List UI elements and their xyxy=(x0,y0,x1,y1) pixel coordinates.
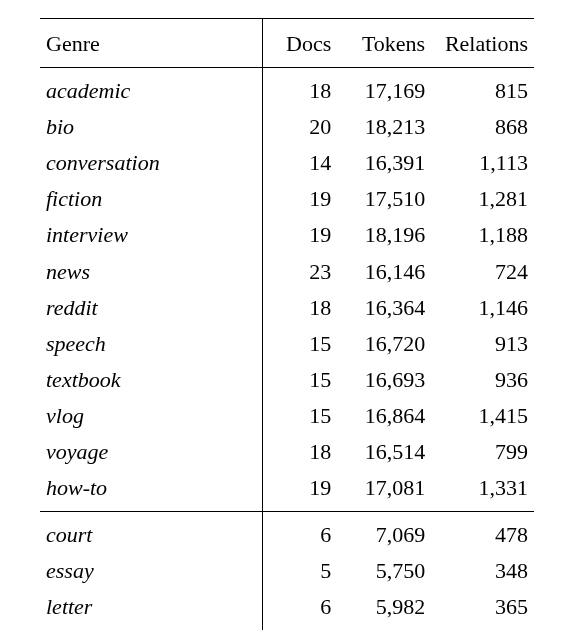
cell-relations: 913 xyxy=(435,326,534,362)
table-row: interview 19 18,196 1,188 xyxy=(40,217,534,253)
header-genre: Genre xyxy=(40,19,262,68)
cell-genre: interview xyxy=(40,217,262,253)
cell-relations: 815 xyxy=(435,68,534,110)
cell-docs: 19 xyxy=(262,470,341,512)
cell-genre: essay xyxy=(40,553,262,589)
cell-relations: 1,281 xyxy=(435,181,534,217)
cell-genre: fiction xyxy=(40,181,262,217)
header-tokens: Tokens xyxy=(341,19,435,68)
cell-tokens: 17,510 xyxy=(341,181,435,217)
cell-docs: 14 xyxy=(262,145,341,181)
cell-genre: letter xyxy=(40,589,262,625)
cell-genre: vlog xyxy=(40,398,262,434)
cell-genre: speech xyxy=(40,326,262,362)
cell-tokens: 18,196 xyxy=(341,217,435,253)
cell-docs: 23 xyxy=(262,254,341,290)
cell-docs: 20 xyxy=(262,109,341,145)
cell-genre: reddit xyxy=(40,290,262,326)
table-row: podcast 5 5,737 359 xyxy=(40,626,534,631)
cell-relations: 359 xyxy=(435,626,534,631)
cell-relations: 1,331 xyxy=(435,470,534,512)
cell-relations: 936 xyxy=(435,362,534,398)
cell-relations: 1,415 xyxy=(435,398,534,434)
cell-docs: 18 xyxy=(262,434,341,470)
cell-docs: 19 xyxy=(262,217,341,253)
cell-tokens: 18,213 xyxy=(341,109,435,145)
cell-tokens: 16,693 xyxy=(341,362,435,398)
table-row: reddit 18 16,364 1,146 xyxy=(40,290,534,326)
cell-relations: 478 xyxy=(435,512,534,554)
cell-tokens: 7,069 xyxy=(341,512,435,554)
cell-docs: 6 xyxy=(262,589,341,625)
table-row: how-to 19 17,081 1,331 xyxy=(40,470,534,512)
cell-genre: how-to xyxy=(40,470,262,512)
table-row: speech 15 16,720 913 xyxy=(40,326,534,362)
cell-tokens: 17,169 xyxy=(341,68,435,110)
cell-tokens: 16,514 xyxy=(341,434,435,470)
table-header-row: Genre Docs Tokens Relations xyxy=(40,19,534,68)
table-row: fiction 19 17,510 1,281 xyxy=(40,181,534,217)
cell-relations: 868 xyxy=(435,109,534,145)
cell-relations: 724 xyxy=(435,254,534,290)
cell-genre: voyage xyxy=(40,434,262,470)
cell-relations: 1,146 xyxy=(435,290,534,326)
header-relations: Relations xyxy=(435,19,534,68)
table-row: vlog 15 16,864 1,415 xyxy=(40,398,534,434)
table-row: textbook 15 16,693 936 xyxy=(40,362,534,398)
cell-docs: 6 xyxy=(262,512,341,554)
cell-tokens: 16,720 xyxy=(341,326,435,362)
table-row: voyage 18 16,514 799 xyxy=(40,434,534,470)
cell-genre: bio xyxy=(40,109,262,145)
cell-docs: 15 xyxy=(262,398,341,434)
cell-tokens: 16,146 xyxy=(341,254,435,290)
cell-relations: 348 xyxy=(435,553,534,589)
cell-relations: 365 xyxy=(435,589,534,625)
table-row: letter 6 5,982 365 xyxy=(40,589,534,625)
cell-relations: 799 xyxy=(435,434,534,470)
cell-genre: textbook xyxy=(40,362,262,398)
cell-tokens: 16,864 xyxy=(341,398,435,434)
cell-tokens: 5,750 xyxy=(341,553,435,589)
table-row: court 6 7,069 478 xyxy=(40,512,534,554)
cell-docs: 19 xyxy=(262,181,341,217)
cell-tokens: 16,364 xyxy=(341,290,435,326)
cell-tokens: 5,982 xyxy=(341,589,435,625)
cell-genre: podcast xyxy=(40,626,262,631)
cell-genre: academic xyxy=(40,68,262,110)
cell-tokens: 17,081 xyxy=(341,470,435,512)
table-row: bio 20 18,213 868 xyxy=(40,109,534,145)
cell-docs: 5 xyxy=(262,626,341,631)
cell-relations: 1,113 xyxy=(435,145,534,181)
cell-docs: 15 xyxy=(262,362,341,398)
table-row: conversation 14 16,391 1,113 xyxy=(40,145,534,181)
cell-docs: 5 xyxy=(262,553,341,589)
table-row: essay 5 5,750 348 xyxy=(40,553,534,589)
cell-docs: 18 xyxy=(262,68,341,110)
cell-genre: court xyxy=(40,512,262,554)
cell-docs: 15 xyxy=(262,326,341,362)
cell-tokens: 5,737 xyxy=(341,626,435,631)
cell-tokens: 16,391 xyxy=(341,145,435,181)
table-row: academic 18 17,169 815 xyxy=(40,68,534,110)
genre-table: Genre Docs Tokens Relations academic 18 … xyxy=(40,18,534,630)
table-row: news 23 16,146 724 xyxy=(40,254,534,290)
cell-genre: conversation xyxy=(40,145,262,181)
page: Genre Docs Tokens Relations academic 18 … xyxy=(0,0,574,630)
header-docs: Docs xyxy=(262,19,341,68)
cell-genre: news xyxy=(40,254,262,290)
cell-relations: 1,188 xyxy=(435,217,534,253)
cell-docs: 18 xyxy=(262,290,341,326)
